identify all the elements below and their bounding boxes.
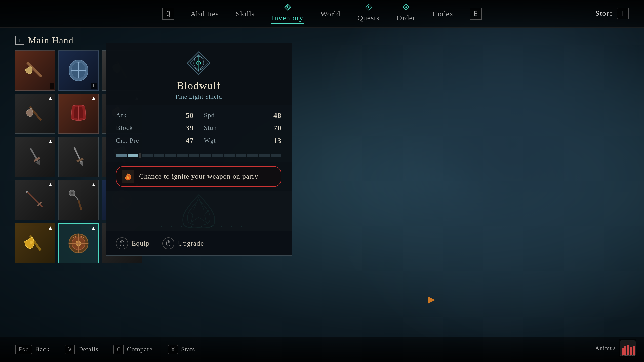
quality-seg-1 (116, 154, 127, 157)
item-slot-4[interactable]: ▲ (15, 94, 55, 134)
svg-rect-55 (624, 346, 626, 355)
item-slot-13[interactable]: ▲ (15, 223, 55, 263)
nav-item-world[interactable]: World (319, 8, 341, 20)
stat-spd: Spd 48 (204, 111, 281, 120)
nav-key-q[interactable]: Q (162, 8, 174, 20)
svg-rect-56 (627, 345, 629, 355)
upgrade-button[interactable]: Upgrade (162, 237, 204, 249)
section-icon: 1 (15, 36, 24, 45)
nav-item-quests-container[interactable]: Quests (356, 4, 381, 24)
store-area: Store T (595, 8, 629, 19)
item-slot-14[interactable]: ▲ (58, 223, 99, 263)
next-arrow[interactable]: ► (425, 292, 438, 307)
equip-label[interactable]: Equip (132, 239, 150, 247)
mouse-right-icon (165, 240, 172, 247)
nav-key-e[interactable]: E (470, 8, 482, 20)
ac-decorative-svg (161, 192, 236, 230)
item-slot-5[interactable]: ▲ (58, 94, 99, 134)
key-esc[interactable]: Esc (15, 345, 32, 354)
nav-items: Q Abilities Skills Inventory World Quest… (162, 4, 482, 24)
stat-atk-label: Atk (116, 112, 127, 119)
quality-seg-3 (142, 154, 153, 157)
hint-stats: X Stats (168, 345, 195, 354)
nav-item-order-container[interactable]: Order (395, 4, 416, 24)
quality-seg-13 (259, 154, 270, 157)
quests-icon (365, 4, 372, 11)
quality-seg-7 (189, 154, 199, 157)
upgrade-label[interactable]: Upgrade (178, 239, 204, 247)
shield-icon-1 (65, 57, 92, 84)
stat-wgt-label: Wgt (204, 137, 216, 144)
equip-button[interactable]: Equip (116, 237, 150, 249)
upgrade-mouse-icon (162, 237, 174, 249)
quality-seg-4 (154, 154, 165, 157)
nav-item-order[interactable]: Order (395, 12, 416, 24)
quality-seg-5 (165, 154, 176, 157)
bottom-nav: Esc Back V Details C Compare X Stats (0, 337, 644, 362)
label-details: Details (78, 346, 98, 353)
axe-icon-3 (23, 101, 48, 126)
stat-wgt: Wgt 13 (204, 136, 281, 145)
item-slot-2[interactable] (58, 50, 99, 90)
flail-icon-1 (66, 188, 91, 213)
item-slot-8[interactable] (58, 137, 99, 177)
item-slot-1[interactable] (15, 50, 55, 90)
svg-rect-58 (633, 346, 635, 355)
key-v[interactable]: V (65, 345, 75, 354)
key-x[interactable]: X (168, 345, 178, 354)
item-slot-11[interactable]: ▲ (58, 180, 99, 220)
hint-compare: C Compare (113, 345, 153, 354)
panel-actions: Equip Upgrade (106, 231, 292, 255)
svg-point-6 (405, 6, 407, 8)
stat-block-value: 39 (186, 124, 194, 132)
quality-seg-14 (271, 154, 282, 157)
upgrade-arrow-5: ▲ (91, 95, 96, 101)
store-label[interactable]: Store (595, 9, 613, 17)
top-nav: Q Abilities Skills Inventory World Quest… (0, 0, 644, 28)
stat-block-label: Block (116, 124, 133, 132)
quality-seg-12 (247, 154, 258, 157)
label-back: Back (35, 346, 50, 353)
hint-back: Esc Back (15, 345, 50, 354)
nav-item-codex[interactable]: Codex (431, 8, 454, 20)
stat-atk: Atk 50 (116, 111, 194, 120)
nav-item-quests[interactable]: Quests (356, 12, 381, 24)
quality-seg-11 (236, 154, 247, 157)
quality-seg-8 (200, 154, 211, 157)
store-key[interactable]: T (617, 8, 629, 19)
item-slot-10[interactable]: ▲ (15, 180, 55, 220)
svg-rect-25 (78, 200, 82, 210)
stat-spd-label: Spd (204, 112, 215, 119)
mouse-left-icon (118, 240, 126, 247)
item-detail-panel: Blodwulf Fine Light Shield Atk 50 Spd 48… (106, 43, 292, 256)
fire-icon (123, 172, 132, 181)
item-name: Blodwulf (177, 80, 221, 92)
section-title: 1 Main Hand (15, 35, 74, 46)
inventory-icon (284, 4, 291, 11)
main-content: 1 Main Hand (0, 28, 644, 337)
nav-item-world-container[interactable]: World (319, 8, 341, 20)
upgrade-arrow-11: ▲ (91, 181, 96, 188)
gamer-guides-icon: G5 GAMER GUIDES (620, 340, 636, 356)
axe-icon-1 (21, 57, 49, 84)
key-c[interactable]: C (113, 345, 124, 354)
dagger-icon-2 (66, 144, 91, 169)
nav-item-inventory-container[interactable]: Inventory (271, 4, 304, 24)
svg-text:G5: G5 (622, 343, 625, 346)
stat-stun-value: 70 (273, 124, 281, 132)
quality-seg-6 (177, 154, 188, 157)
nav-item-abilities[interactable]: Abilities (189, 8, 220, 20)
stat-atk-value: 50 (186, 111, 194, 120)
item-slot-7[interactable]: ▲ (15, 137, 55, 177)
svg-rect-48 (120, 241, 122, 243)
quality-bar-container (106, 151, 292, 162)
item-type: Fine Light Shield (176, 93, 222, 100)
stat-crit: Crit-Pre 47 (116, 136, 194, 145)
svg-rect-51 (168, 241, 170, 243)
quality-seg-9 (212, 154, 223, 157)
stat-crit-value: 47 (186, 136, 194, 145)
stat-spd-value: 48 (273, 111, 281, 120)
nav-item-skills[interactable]: Skills (235, 8, 256, 20)
animus-logo: Animus G5 GAMER GUIDES (595, 339, 636, 357)
nav-item-inventory[interactable]: Inventory (271, 12, 304, 24)
